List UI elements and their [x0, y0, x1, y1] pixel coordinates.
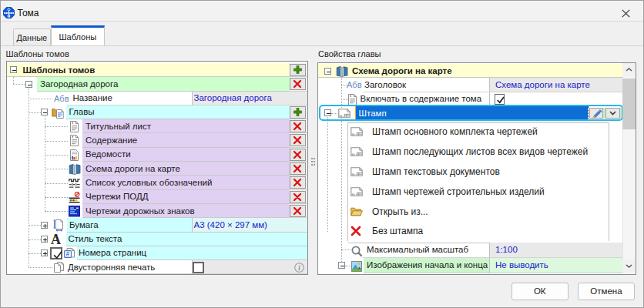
svg-text:#: #: [65, 250, 69, 258]
svg-text:i: i: [298, 263, 300, 272]
